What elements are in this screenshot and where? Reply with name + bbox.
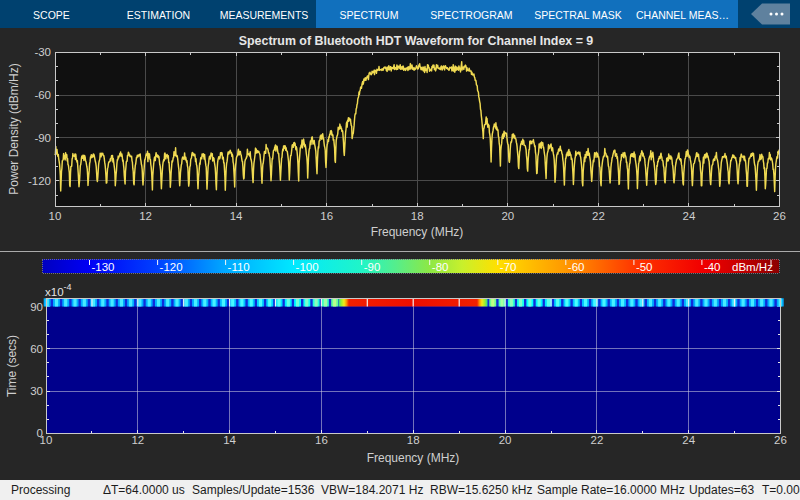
svg-text:20: 20 [501, 210, 514, 222]
svg-text:12: 12 [131, 434, 144, 446]
svg-text:Frequency (MHz): Frequency (MHz) [367, 451, 460, 465]
svg-text:Processing: Processing [11, 483, 70, 497]
svg-text:60: 60 [30, 343, 43, 355]
svg-text:ESTIMATION: ESTIMATION [127, 9, 190, 21]
svg-text:-60: -60 [568, 261, 585, 273]
svg-text:20: 20 [499, 434, 512, 446]
svg-text:Sample Rate=16.0000 MHz: Sample Rate=16.0000 MHz [537, 483, 685, 497]
svg-text:30: 30 [30, 385, 43, 397]
svg-text:26: 26 [773, 210, 786, 222]
svg-text:-80: -80 [432, 261, 449, 273]
svg-text:14: 14 [230, 210, 243, 222]
svg-text:SPECTROGRAM: SPECTROGRAM [430, 9, 512, 21]
svg-text:SPECTRAL MASK: SPECTRAL MASK [534, 9, 622, 21]
svg-text:CHANNEL MEAS…: CHANNEL MEAS… [636, 9, 729, 21]
svg-text:-90: -90 [364, 261, 381, 273]
svg-text:-60: -60 [34, 89, 51, 101]
svg-text:-120: -120 [28, 175, 51, 187]
svg-text:RBW=15.6250 kHz: RBW=15.6250 kHz [430, 483, 532, 497]
svg-text:18: 18 [411, 210, 424, 222]
svg-text:SCOPE: SCOPE [33, 9, 70, 21]
svg-text:90: 90 [30, 301, 43, 313]
svg-text:-40: -40 [704, 261, 721, 273]
svg-text:-100: -100 [296, 261, 319, 273]
svg-text:-50: -50 [636, 261, 653, 273]
svg-text:Spectrum of Bluetooth HDT Wave: Spectrum of Bluetooth HDT Waveform for C… [239, 34, 594, 48]
svg-text:Samples/Update=1536: Samples/Update=1536 [192, 483, 315, 497]
svg-text:Updates=63: Updates=63 [689, 483, 754, 497]
svg-text:-110: -110 [228, 261, 250, 273]
svg-text:-120: -120 [160, 261, 183, 273]
svg-text:10: 10 [49, 210, 62, 222]
svg-text:-130: -130 [92, 261, 115, 273]
svg-text:Power Density (dBm/Hz): Power Density (dBm/Hz) [7, 63, 21, 194]
svg-text:ΔT=64.0000 us: ΔT=64.0000 us [103, 483, 185, 497]
svg-text:T=0.0080: T=0.0080 [762, 483, 800, 497]
svg-text:14: 14 [223, 434, 236, 446]
svg-text:12: 12 [139, 210, 152, 222]
svg-text:MEASUREMENTS: MEASUREMENTS [220, 9, 309, 21]
svg-text:-70: -70 [500, 261, 517, 273]
svg-text:-30: -30 [34, 46, 51, 58]
svg-text:VBW=184.2071 Hz: VBW=184.2071 Hz [321, 483, 423, 497]
svg-text:18: 18 [407, 434, 420, 446]
svg-text:dBm/Hz: dBm/Hz [732, 261, 773, 273]
svg-text:24: 24 [682, 434, 695, 446]
svg-text:22: 22 [592, 210, 605, 222]
svg-text:Frequency (MHz): Frequency (MHz) [371, 225, 464, 239]
svg-text:26: 26 [774, 434, 787, 446]
svg-text:22: 22 [591, 434, 604, 446]
svg-text:Time (secs): Time (secs) [5, 335, 19, 397]
svg-text:16: 16 [315, 434, 328, 446]
svg-text:-90: -90 [34, 132, 51, 144]
svg-text:16: 16 [320, 210, 333, 222]
svg-text:0: 0 [37, 427, 43, 439]
svg-text:24: 24 [683, 210, 696, 222]
svg-text:SPECTRUM: SPECTRUM [340, 9, 399, 21]
